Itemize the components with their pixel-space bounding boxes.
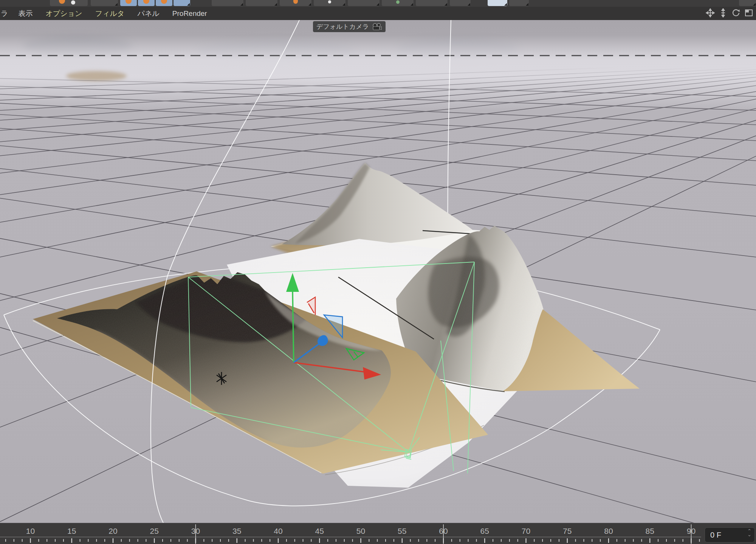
movie-camera-icon	[372, 23, 382, 31]
frame-number: 75	[563, 527, 572, 535]
viewport-nav-icons	[705, 8, 754, 18]
menu-items: ラ表示オプションフィルタパネルProRender	[0, 9, 214, 19]
cinema4d-window: { "menubar": { "items": [ {"label": "ラ",…	[0, 0, 756, 544]
menu-item-5[interactable]: ProRender	[166, 9, 214, 18]
scene-canvas[interactable]	[0, 20, 756, 523]
viewport-3d[interactable]: グリッド間隔 : 5000 cm	[0, 20, 756, 523]
menu-item-2[interactable]: オプション	[39, 9, 88, 19]
tool-icon	[293, 0, 298, 4]
menu-item-4[interactable]: パネル	[131, 9, 166, 19]
dropdown-corner-icon	[468, 3, 470, 6]
toolbar-button[interactable]	[91, 0, 118, 6]
dropdown-corner-icon	[411, 3, 413, 6]
frame-number: 80	[604, 527, 613, 535]
dropdown-corner-icon	[115, 3, 118, 6]
frame-number: 90	[687, 527, 696, 535]
toolbar-button[interactable]	[739, 0, 756, 6]
dropdown-corner-icon	[240, 3, 243, 6]
frame-number: 15	[67, 527, 76, 535]
mode-icon	[125, 0, 132, 4]
toolbar-button[interactable]	[314, 0, 345, 6]
dropdown-corner-icon	[376, 3, 379, 6]
dropdown-corner-icon	[753, 3, 756, 6]
toggle-view-icon[interactable]	[744, 8, 754, 18]
frame-number: 40	[274, 527, 282, 535]
frame-number: 30	[191, 527, 200, 535]
frame-number: 35	[232, 527, 241, 535]
mode-icon	[143, 0, 149, 4]
dropdown-corner-icon	[504, 3, 507, 6]
toolbar-button[interactable]	[382, 0, 414, 6]
material-icon	[59, 0, 65, 4]
frame-number: 65	[480, 527, 489, 535]
menu-item-3[interactable]: フィルタ	[89, 9, 131, 19]
menu-item-1[interactable]: 表示	[12, 9, 39, 19]
up-down-chevron-icon[interactable]: ⌃⌃	[747, 529, 751, 536]
frame-number: 55	[398, 527, 406, 535]
frame-number: 10	[26, 527, 35, 535]
viewport-menubar: ラ表示オプションフィルタパネルProRender	[0, 7, 756, 20]
toolbar-button-active[interactable]	[120, 0, 137, 6]
frame-number: 60	[439, 527, 448, 535]
sphere-icon	[71, 0, 75, 5]
toolbar-button[interactable]	[246, 0, 277, 6]
timeline-ruler[interactable]: 1015202530354045505560657075808590 0 F ⌃…	[0, 523, 756, 544]
camera-label-badge[interactable]: デフォルトカメラ	[313, 21, 386, 32]
dropdown-corner-icon	[187, 3, 190, 6]
toolbar-button-active[interactable]	[174, 0, 190, 6]
dropdown-corner-icon	[274, 3, 277, 6]
top-toolbar-strip	[0, 0, 756, 7]
toolbar-button-active[interactable]	[156, 0, 172, 6]
toolbar-button[interactable]	[416, 0, 448, 6]
frame-number: 25	[150, 527, 159, 535]
dropdown-corner-icon	[445, 3, 447, 6]
dropdown-corner-icon	[342, 3, 345, 6]
mode-icon	[161, 0, 167, 4]
frame-number: 85	[646, 527, 654, 535]
dropdown-corner-icon	[308, 3, 311, 6]
ruler-canvas[interactable]: 1015202530354045505560657075808590	[0, 523, 756, 544]
tool-icon	[396, 0, 400, 4]
current-frame-value: 0 F	[710, 531, 721, 539]
toolbar-button[interactable]	[280, 0, 311, 6]
tool-icon	[328, 0, 331, 3]
menu-item-0[interactable]: ラ	[0, 9, 12, 19]
camera-label: デフォルトカメラ	[316, 22, 369, 31]
toolbar-button[interactable]	[509, 0, 529, 6]
current-frame-field[interactable]: 0 F ⌃⌃	[705, 527, 755, 542]
toolbar-button[interactable]	[488, 0, 507, 6]
toolbar-button[interactable]	[450, 0, 471, 6]
toolbar-button[interactable]	[348, 0, 380, 6]
frame-number: 20	[108, 527, 117, 535]
frame-number: 70	[522, 527, 530, 535]
rotate-view-icon[interactable]	[731, 8, 741, 18]
toolbar-button-active[interactable]	[138, 0, 155, 6]
toolbar-button[interactable]	[50, 0, 88, 6]
frame-number: 45	[315, 527, 324, 535]
toolbar-button[interactable]	[212, 0, 243, 6]
zoom-view-icon[interactable]	[718, 8, 728, 18]
pan-view-icon[interactable]	[705, 8, 715, 18]
frame-number: 50	[356, 527, 365, 535]
dropdown-corner-icon	[526, 3, 528, 6]
